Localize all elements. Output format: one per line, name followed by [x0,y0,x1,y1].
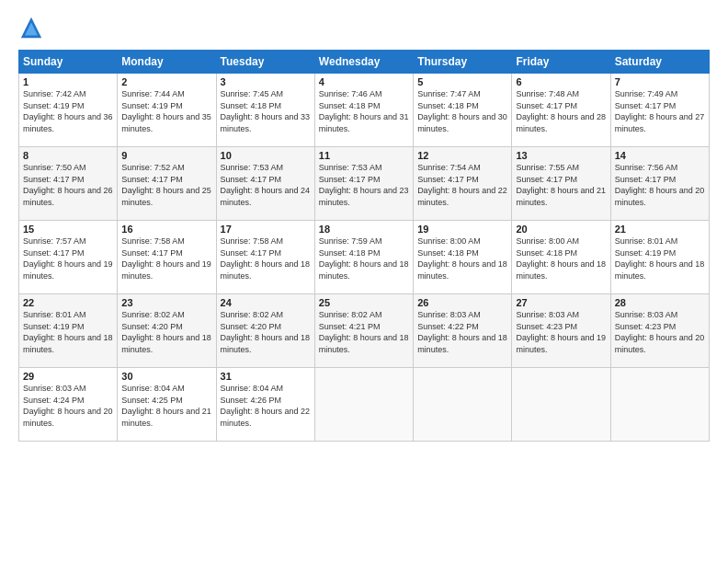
calendar-day-cell: 25Sunrise: 8:02 AMSunset: 4:21 PMDayligh… [314,294,413,368]
sunrise-text: Sunrise: 8:03 AM [417,310,481,319]
col-monday: Monday [118,51,216,74]
sunrise-text: Sunrise: 7:58 AM [221,236,284,246]
sunrise-text: Sunrise: 7:49 AM [615,89,678,98]
daylight-text: Daylight: 8 hours and 20 minutes. [23,407,113,428]
sunrise-text: Sunrise: 7:48 AM [516,89,579,98]
sunrise-text: Sunrise: 8:02 AM [121,310,185,319]
daylight-text: Daylight: 8 hours and 18 minutes. [516,259,606,281]
sunset-text: Sunset: 4:24 PM [23,396,85,405]
day-info: Sunrise: 7:52 AMSunset: 4:17 PMDaylight:… [121,162,211,208]
day-info: Sunrise: 7:58 AMSunset: 4:17 PMDaylight:… [121,236,211,282]
calendar-day-cell: 18Sunrise: 7:59 AMSunset: 4:18 PMDayligh… [314,221,413,294]
day-number: 31 [221,371,311,382]
daylight-text: Daylight: 8 hours and 21 minutes. [121,407,211,428]
day-number: 25 [319,297,409,308]
day-info: Sunrise: 8:04 AMSunset: 4:26 PMDaylight:… [221,383,311,429]
sunset-text: Sunset: 4:18 PM [417,101,479,110]
calendar-day-cell: 24Sunrise: 8:02 AMSunset: 4:20 PMDayligh… [216,294,314,368]
calendar-day-cell: 27Sunrise: 8:03 AMSunset: 4:23 PMDayligh… [512,294,610,368]
daylight-text: Daylight: 8 hours and 36 minutes. [23,112,113,133]
daylight-text: Daylight: 8 hours and 23 minutes. [319,186,409,207]
day-number: 12 [417,150,507,161]
calendar-day-cell: 12Sunrise: 7:54 AMSunset: 4:17 PMDayligh… [414,147,512,221]
day-number: 22 [23,297,113,308]
calendar-day-cell: 13Sunrise: 7:55 AMSunset: 4:17 PMDayligh… [512,147,610,221]
calendar-day-cell: 7Sunrise: 7:49 AMSunset: 4:17 PMDaylight… [610,74,709,147]
day-number: 3 [221,76,311,87]
calendar-day-cell: 29Sunrise: 8:03 AMSunset: 4:24 PMDayligh… [19,368,118,442]
col-wednesday: Wednesday [314,51,413,74]
col-friday: Friday [512,51,610,74]
daylight-text: Daylight: 8 hours and 18 minutes. [221,259,311,281]
day-number: 20 [516,224,606,235]
calendar-day-cell: 17Sunrise: 7:58 AMSunset: 4:17 PMDayligh… [216,221,314,294]
sunrise-text: Sunrise: 8:01 AM [615,236,678,246]
day-number: 28 [615,297,705,308]
day-number: 21 [615,224,705,235]
daylight-text: Daylight: 8 hours and 21 minutes. [516,186,606,207]
sunrise-text: Sunrise: 7:56 AM [615,163,678,172]
sunset-text: Sunset: 4:17 PM [121,175,183,184]
calendar-day-cell: 2Sunrise: 7:44 AMSunset: 4:19 PMDaylight… [118,74,216,147]
sunrise-text: Sunrise: 7:50 AM [23,163,86,172]
sunrise-text: Sunrise: 8:01 AM [23,310,86,319]
sunset-text: Sunset: 4:17 PM [516,175,577,184]
day-number: 10 [221,150,311,161]
calendar-week-row: 15Sunrise: 7:57 AMSunset: 4:17 PMDayligh… [19,221,710,294]
day-info: Sunrise: 7:53 AMSunset: 4:17 PMDaylight:… [319,162,409,208]
day-info: Sunrise: 8:03 AMSunset: 4:24 PMDaylight:… [23,383,113,429]
day-number: 19 [417,224,507,235]
sunset-text: Sunset: 4:19 PM [23,101,85,110]
sunrise-text: Sunrise: 7:54 AM [417,163,481,172]
calendar-day-cell: 8Sunrise: 7:50 AMSunset: 4:17 PMDaylight… [19,147,118,221]
sunrise-text: Sunrise: 8:03 AM [516,310,579,319]
daylight-text: Daylight: 8 hours and 19 minutes. [23,259,113,281]
daylight-text: Daylight: 8 hours and 19 minutes. [121,259,211,281]
sunrise-text: Sunrise: 7:58 AM [121,236,185,246]
sunset-text: Sunset: 4:17 PM [319,175,381,184]
calendar-day-cell: 11Sunrise: 7:53 AMSunset: 4:17 PMDayligh… [314,147,413,221]
sunrise-text: Sunrise: 8:04 AM [121,384,185,393]
calendar-day-cell: 5Sunrise: 7:47 AMSunset: 4:18 PMDaylight… [414,74,512,147]
day-info: Sunrise: 7:49 AMSunset: 4:17 PMDaylight:… [615,88,705,134]
daylight-text: Daylight: 8 hours and 28 minutes. [516,112,606,133]
daylight-text: Daylight: 8 hours and 18 minutes. [319,259,409,281]
sunset-text: Sunset: 4:23 PM [615,322,677,331]
sunset-text: Sunset: 4:17 PM [615,175,677,184]
daylight-text: Daylight: 8 hours and 18 minutes. [221,333,311,354]
daylight-text: Daylight: 8 hours and 18 minutes. [615,259,705,281]
calendar-day-cell: 10Sunrise: 7:53 AMSunset: 4:17 PMDayligh… [216,147,314,221]
sunrise-text: Sunrise: 7:55 AM [516,163,579,172]
calendar-day-cell: 23Sunrise: 8:02 AMSunset: 4:20 PMDayligh… [118,294,216,368]
day-info: Sunrise: 7:58 AMSunset: 4:17 PMDaylight:… [221,236,311,282]
calendar-day-cell: 9Sunrise: 7:52 AMSunset: 4:17 PMDaylight… [118,147,216,221]
calendar-day-cell [414,368,512,442]
col-sunday: Sunday [19,51,118,74]
calendar-day-cell: 22Sunrise: 8:01 AMSunset: 4:19 PMDayligh… [19,294,118,368]
day-info: Sunrise: 7:54 AMSunset: 4:17 PMDaylight:… [417,162,507,208]
day-info: Sunrise: 8:03 AMSunset: 4:23 PMDaylight:… [516,309,606,355]
col-tuesday: Tuesday [216,51,314,74]
calendar-week-row: 1Sunrise: 7:42 AMSunset: 4:19 PMDaylight… [19,74,710,147]
day-info: Sunrise: 7:53 AMSunset: 4:17 PMDaylight:… [221,162,311,208]
day-info: Sunrise: 8:02 AMSunset: 4:20 PMDaylight:… [121,309,211,355]
day-info: Sunrise: 7:56 AMSunset: 4:17 PMDaylight:… [615,162,705,208]
calendar-week-row: 29Sunrise: 8:03 AMSunset: 4:24 PMDayligh… [19,368,710,442]
day-number: 27 [516,297,606,308]
day-number: 30 [121,371,211,382]
sunrise-text: Sunrise: 7:57 AM [23,236,86,246]
sunset-text: Sunset: 4:17 PM [221,248,282,258]
sunset-text: Sunset: 4:26 PM [221,396,282,405]
sunrise-text: Sunrise: 7:46 AM [319,89,382,98]
sunset-text: Sunset: 4:25 PM [121,396,183,405]
calendar-day-cell [314,368,413,442]
day-number: 24 [221,297,311,308]
logo [18,15,48,40]
day-number: 2 [121,76,211,87]
daylight-text: Daylight: 8 hours and 19 minutes. [516,333,606,354]
daylight-text: Daylight: 8 hours and 22 minutes. [221,407,311,428]
day-info: Sunrise: 7:57 AMSunset: 4:17 PMDaylight:… [23,236,113,282]
day-info: Sunrise: 7:44 AMSunset: 4:19 PMDaylight:… [121,88,211,134]
sunset-text: Sunset: 4:18 PM [417,248,479,258]
page: Sunday Monday Tuesday Wednesday Thursday… [0,0,728,563]
